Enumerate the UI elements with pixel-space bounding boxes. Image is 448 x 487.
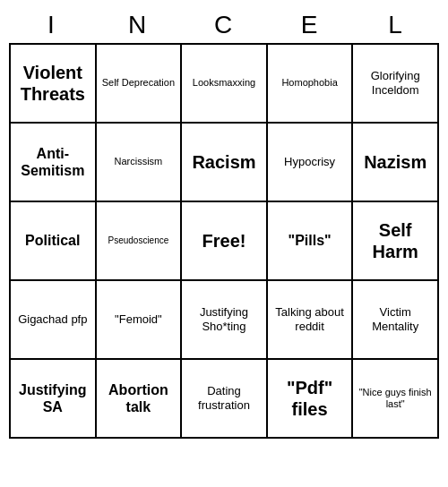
cell-text-21: Abortion talk (100, 381, 177, 415)
bingo-cell-21: Abortion talk (97, 360, 183, 439)
cell-text-13: "Pills" (289, 232, 332, 249)
cell-text-1: Self Deprecation (102, 77, 175, 89)
bingo-cell-3: Homophobia (268, 45, 354, 124)
header-letter-E: E (267, 7, 353, 43)
header-letter-C: C (181, 7, 267, 43)
cell-text-17: Justifying Sho*ting (185, 305, 263, 333)
cell-text-19: Victim Mentality (357, 305, 434, 333)
cell-text-8: Hypocrisy (284, 155, 335, 169)
cell-text-7: Racism (192, 151, 255, 173)
cell-text-10: Political (25, 232, 80, 249)
bingo-header: INCEL (9, 7, 439, 43)
bingo-cell-19: Victim Mentality (353, 281, 439, 360)
cell-text-15: Gigachad pfp (18, 312, 87, 327)
bingo-cell-9: Nazism (353, 124, 439, 202)
cell-text-24: "Nice guys finish last" (357, 387, 434, 410)
bingo-cell-20: Justifying SA (11, 360, 97, 439)
cell-text-20: Justifying SA (14, 381, 91, 415)
bingo-cell-10: Political (11, 202, 97, 281)
cell-text-22: Dating frustration (185, 384, 263, 412)
cell-text-4: Glorifying Inceldom (357, 69, 434, 97)
bingo-cell-15: Gigachad pfp (11, 281, 97, 360)
cell-text-14: Self Harm (357, 219, 434, 262)
bingo-card: INCEL Violent ThreatsSelf DeprecationLoo… (9, 7, 439, 439)
bingo-cell-16: "Femoid" (97, 281, 183, 360)
header-letter-L: L (353, 7, 439, 43)
bingo-grid: Violent ThreatsSelf DeprecationLooksmaxx… (9, 43, 439, 439)
bingo-cell-18: Talking about reddit (268, 281, 354, 360)
cell-text-18: Talking about reddit (271, 305, 349, 333)
bingo-cell-2: Looksmaxxing (182, 45, 268, 124)
bingo-cell-7: Racism (182, 124, 268, 202)
bingo-cell-4: Glorifying Inceldom (353, 45, 439, 124)
cell-text-12: Free! (202, 230, 246, 252)
cell-text-11: Pseudoscience (108, 235, 168, 246)
bingo-cell-6: Narcissism (97, 124, 183, 202)
bingo-cell-0: Violent Threats (11, 45, 97, 124)
bingo-cell-22: Dating frustration (182, 360, 268, 439)
cell-text-2: Looksmaxxing (193, 77, 255, 89)
bingo-cell-14: Self Harm (353, 202, 439, 281)
cell-text-6: Narcissism (115, 156, 163, 167)
header-letter-N: N (95, 7, 181, 43)
bingo-cell-8: Hypocrisy (268, 124, 354, 202)
cell-text-23: "Pdf" files (271, 377, 349, 420)
bingo-cell-5: Anti-Semitism (11, 124, 97, 202)
bingo-cell-17: Justifying Sho*ting (182, 281, 268, 360)
bingo-cell-11: Pseudoscience (97, 202, 183, 281)
bingo-cell-1: Self Deprecation (97, 45, 183, 124)
cell-text-0: Violent Threats (14, 62, 91, 105)
cell-text-16: "Femoid" (115, 312, 162, 327)
bingo-cell-24: "Nice guys finish last" (353, 360, 439, 439)
header-letter-I: I (9, 7, 95, 43)
cell-text-9: Nazism (364, 151, 426, 173)
bingo-cell-12: Free! (182, 202, 268, 281)
bingo-cell-13: "Pills" (268, 202, 354, 281)
cell-text-5: Anti-Semitism (14, 145, 91, 179)
cell-text-3: Homophobia (281, 77, 337, 89)
bingo-cell-23: "Pdf" files (268, 360, 354, 439)
